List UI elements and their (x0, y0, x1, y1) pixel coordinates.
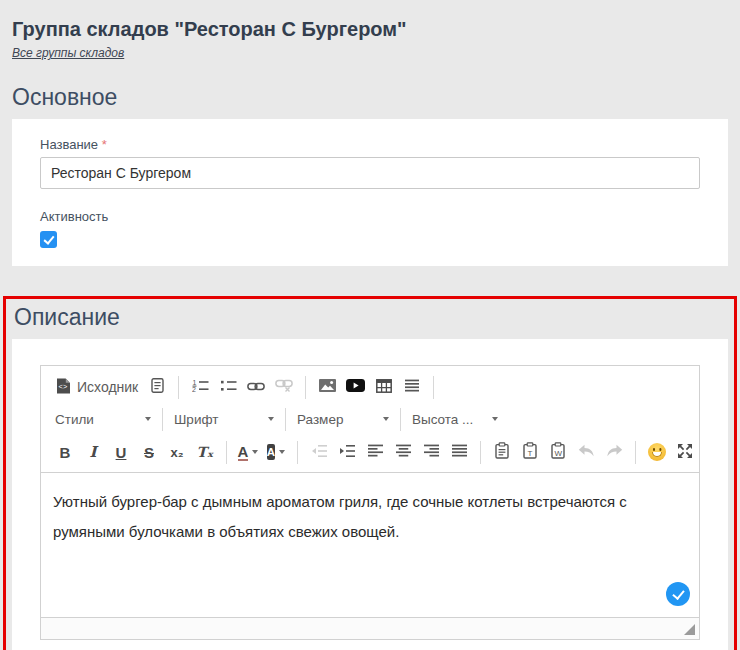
undo-button[interactable] (574, 440, 598, 464)
align-center-icon (396, 444, 411, 460)
toolbar-separator (178, 376, 179, 399)
italic-button[interactable]: I (81, 440, 105, 464)
svg-text:W: W (554, 449, 562, 458)
toolbar-separator (305, 376, 306, 399)
justify-button[interactable] (447, 440, 471, 464)
youtube-icon (346, 379, 365, 395)
align-left-icon (368, 444, 383, 460)
required-asterisk: * (102, 137, 107, 152)
toolbar-separator (400, 408, 401, 431)
page-title: Группа складов "Ресторан С Бургером" (12, 16, 728, 42)
link-button[interactable] (244, 375, 268, 399)
indent-icon (339, 444, 355, 461)
remove-format-icon: Tₓ (196, 444, 213, 460)
subscript-button[interactable]: x₂ (165, 440, 189, 464)
paste-word-icon: W (550, 442, 566, 462)
paste-text-icon: T (522, 442, 538, 462)
paste-button[interactable] (490, 440, 514, 464)
undo-icon (578, 444, 595, 460)
templates-icon (151, 378, 164, 396)
bulleted-list-button[interactable] (216, 375, 240, 399)
line-height-dropdown[interactable]: Высота ... (408, 407, 502, 431)
remove-format-button[interactable]: Tₓ (193, 440, 217, 464)
underline-icon: U (116, 444, 127, 461)
source-icon: <> (56, 378, 71, 397)
background-color-button[interactable]: A (264, 440, 288, 464)
source-button[interactable]: <> Исходник (53, 375, 141, 399)
horizontal-lines-icon (405, 379, 419, 395)
all-warehouse-groups-link[interactable]: Все группы складов (12, 46, 124, 61)
editor-text: Уютный бургер-бар с дымным ароматом грил… (53, 487, 687, 547)
toolbar-separator (226, 441, 227, 464)
editor-status-bar (41, 618, 699, 639)
bold-icon: B (60, 444, 71, 461)
strikethrough-button[interactable]: S (137, 440, 161, 464)
subscript-icon: x₂ (170, 445, 183, 460)
insert-table-button[interactable] (372, 375, 396, 399)
indent-button[interactable] (335, 440, 359, 464)
outdent-icon (311, 444, 327, 461)
background-color-icon: A (267, 444, 275, 460)
paste-plain-text-button[interactable]: T (518, 440, 542, 464)
toolbar-row-2: Стили Шрифт Размер (51, 406, 689, 432)
activity-checkbox[interactable] (40, 231, 57, 248)
table-icon (376, 379, 392, 396)
strikethrough-icon: S (144, 444, 154, 461)
outdent-button[interactable] (307, 440, 331, 464)
styles-dropdown-label: Стили (55, 412, 94, 427)
paste-from-word-button[interactable]: W (546, 440, 570, 464)
toolbar-separator (480, 441, 481, 464)
bold-button[interactable]: B (53, 440, 77, 464)
image-icon (319, 379, 336, 395)
editor-content-area[interactable]: Уютный бургер-бар с дымным ароматом грил… (41, 472, 699, 618)
name-label-text: Название (40, 137, 98, 152)
smiley-icon (648, 443, 666, 461)
chevron-down-icon (383, 417, 389, 421)
unlink-button[interactable] (272, 375, 296, 399)
font-dropdown[interactable]: Шрифт (170, 407, 278, 431)
toolbar-separator (162, 408, 163, 431)
description-section-highlight: Описание <> Исходник (3, 296, 737, 650)
text-color-button[interactable]: A (236, 440, 260, 464)
svg-text:2: 2 (192, 386, 196, 393)
align-center-button[interactable] (391, 440, 415, 464)
insert-video-button[interactable] (343, 375, 368, 399)
chevron-down-icon (279, 450, 285, 454)
svg-text:<>: <> (59, 382, 68, 391)
templates-button[interactable] (145, 375, 169, 399)
source-button-label: Исходник (77, 379, 138, 395)
chevron-down-icon (492, 417, 498, 421)
align-right-button[interactable] (419, 440, 443, 464)
maximize-button[interactable] (673, 440, 697, 464)
toolbar-separator (635, 441, 636, 464)
confirm-check-button[interactable] (666, 582, 690, 606)
main-card: Название * Активность (12, 119, 728, 266)
italic-icon: I (89, 443, 96, 461)
numbered-list-button[interactable]: 12 (188, 375, 212, 399)
text-color-icon: A (238, 444, 249, 461)
toolbar-separator (297, 441, 298, 464)
horizontal-lines-button[interactable] (400, 375, 424, 399)
link-icon (247, 380, 265, 395)
chevron-down-icon (145, 417, 151, 421)
toolbar-row-3: B I U S x₂ Tₓ A A (51, 438, 689, 466)
underline-button[interactable]: U (109, 440, 133, 464)
numbered-list-icon: 12 (192, 379, 209, 396)
svg-text:1: 1 (192, 379, 196, 386)
line-height-dropdown-label: Высота ... (412, 412, 473, 427)
font-size-dropdown-label: Размер (297, 412, 343, 427)
insert-image-button[interactable] (315, 375, 339, 399)
align-left-button[interactable] (363, 440, 387, 464)
align-right-icon (424, 444, 439, 460)
bulleted-list-icon (220, 379, 237, 396)
redo-button[interactable] (602, 440, 626, 464)
font-size-dropdown[interactable]: Размер (293, 407, 393, 431)
chevron-down-icon (252, 450, 258, 454)
smiley-button[interactable] (645, 440, 669, 464)
styles-dropdown[interactable]: Стили (51, 407, 155, 431)
chevron-down-icon (268, 417, 274, 421)
page: Группа складов "Ресторан С Бургером" Все… (0, 16, 740, 650)
resize-handle-icon[interactable] (684, 624, 695, 635)
section-heading-description: Описание (14, 303, 726, 331)
name-input[interactable] (40, 157, 700, 189)
